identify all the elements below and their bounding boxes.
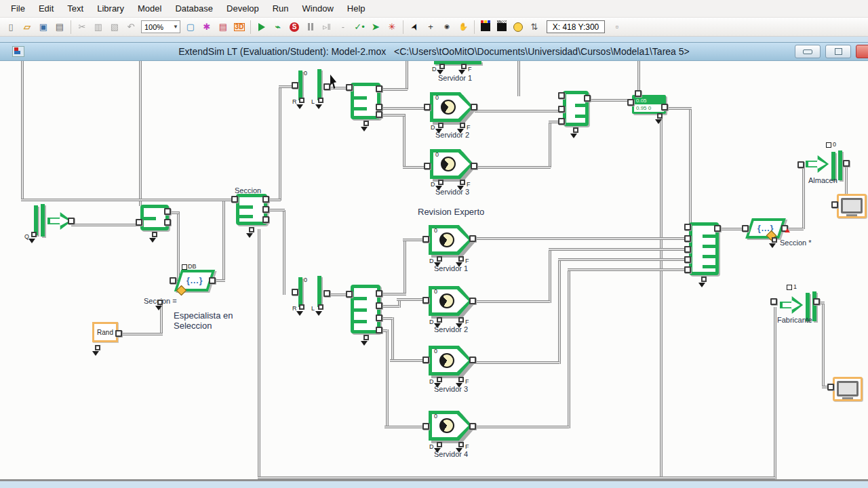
wire bbox=[380, 107, 430, 110]
notebook-icon[interactable]: ▤ bbox=[216, 20, 231, 35]
wire bbox=[71, 224, 142, 226]
wire bbox=[558, 258, 561, 364]
toolbar: ▯ ▱ ▣ ▤ ✂ ▥ ▧ ↶ 100%▼ ▢ ✱ ▤ 3D ⌁ S ▹‖ - … bbox=[0, 18, 868, 37]
toolbar-separator bbox=[403, 20, 403, 34]
slow-animation-icon[interactable]: ✳ bbox=[384, 20, 399, 35]
especialista-text-label: Especialista en Seleccion bbox=[174, 310, 233, 331]
server-block-b4[interactable]: 0 D F Servidor 4 bbox=[429, 411, 472, 441]
wire bbox=[279, 85, 281, 201]
wire bbox=[380, 305, 399, 308]
pattern-icon[interactable] bbox=[494, 20, 509, 35]
wire bbox=[222, 200, 225, 281]
run-faster-icon[interactable]: ⌁ bbox=[271, 20, 285, 35]
wire bbox=[549, 248, 689, 251]
wire bbox=[258, 229, 260, 479]
navigator-icon[interactable]: ✱ bbox=[199, 20, 214, 35]
print-icon[interactable]: ▤ bbox=[52, 20, 67, 35]
menu-edit[interactable]: Edit bbox=[32, 1, 60, 16]
document-title: ExtendSim LT (Evaluation/Student): Model… bbox=[0, 46, 868, 57]
dash-icon[interactable]: - bbox=[336, 20, 351, 35]
step-icon[interactable]: ▹‖ bbox=[319, 20, 334, 35]
menu-window[interactable]: Window bbox=[296, 1, 340, 16]
revision-experto-label: Revision Experto bbox=[418, 207, 484, 217]
wire bbox=[139, 61, 142, 206]
wire bbox=[283, 210, 285, 295]
new-document-icon[interactable]: ▯ bbox=[3, 20, 18, 35]
menu-run[interactable]: Run bbox=[266, 1, 296, 16]
window-bottom-edge bbox=[0, 479, 868, 488]
menu-database[interactable]: Database bbox=[168, 1, 220, 16]
undo-icon[interactable]: ↶ bbox=[123, 20, 138, 35]
wire bbox=[558, 258, 689, 261]
wire bbox=[406, 61, 408, 89]
paste-icon[interactable]: ▧ bbox=[107, 20, 122, 35]
hand-cursor-icon[interactable]: ✋ bbox=[456, 20, 471, 35]
server-block-top-3[interactable]: 0 D F Servidor 3 bbox=[430, 149, 473, 179]
wire bbox=[386, 329, 389, 428]
toolbar-separator bbox=[250, 20, 251, 34]
wire bbox=[21, 199, 237, 201]
server-block-b1[interactable]: 0 D F Servidor 1 bbox=[429, 225, 472, 255]
open-file-icon[interactable]: ▱ bbox=[20, 20, 35, 35]
menu-text[interactable]: Text bbox=[60, 1, 90, 16]
3d-animation-icon[interactable]: 3D bbox=[232, 20, 247, 35]
wire bbox=[568, 268, 689, 271]
run-simulation-icon[interactable] bbox=[254, 20, 269, 35]
wire bbox=[549, 121, 551, 167]
server-block-top-2[interactable]: 0 D F Servidor 2 bbox=[430, 92, 473, 122]
wire bbox=[822, 302, 825, 388]
toolbar-separator bbox=[474, 20, 475, 34]
menu-file[interactable]: File bbox=[4, 1, 32, 16]
menu-bar: File Edit Text Library Model Database De… bbox=[0, 0, 868, 18]
wire bbox=[475, 110, 563, 113]
server-block-b2[interactable]: 0 D F Servidor 2 bbox=[429, 286, 472, 316]
wire bbox=[689, 107, 692, 225]
menu-model[interactable]: Model bbox=[131, 1, 168, 16]
cut-icon[interactable]: ✂ bbox=[75, 20, 90, 35]
zoom-dropdown-arrow[interactable]: ▼ bbox=[173, 24, 178, 30]
seccion-star-label: Seccion * bbox=[780, 239, 811, 247]
wire bbox=[403, 114, 406, 167]
wire bbox=[568, 268, 570, 428]
wire bbox=[774, 307, 776, 479]
wire bbox=[380, 88, 408, 91]
menu-help[interactable]: Help bbox=[340, 1, 372, 16]
probe-cursor-icon[interactable]: ◉ bbox=[439, 20, 454, 35]
zoom-select[interactable]: 100%▼ bbox=[141, 20, 180, 33]
copy-icon[interactable]: ▥ bbox=[91, 20, 106, 35]
wire bbox=[380, 114, 405, 117]
wire bbox=[473, 237, 689, 240]
fill-color-icon[interactable] bbox=[478, 20, 493, 35]
stop-simulation-icon[interactable]: S bbox=[287, 20, 302, 35]
menu-library[interactable]: Library bbox=[90, 1, 131, 16]
block-cursor-icon[interactable]: + bbox=[423, 20, 438, 35]
page-options-icon[interactable]: ▫ bbox=[610, 20, 625, 35]
extendsim-app: File Edit Text Library Model Database De… bbox=[0, 0, 868, 488]
wire bbox=[21, 61, 24, 200]
pause-icon[interactable] bbox=[303, 20, 318, 35]
model-canvas[interactable]: Q Seccion bbox=[0, 61, 868, 479]
add-connection-icon[interactable]: ✓• bbox=[352, 20, 367, 35]
save-icon[interactable]: ▣ bbox=[36, 20, 51, 35]
wire bbox=[119, 333, 163, 336]
wire bbox=[637, 61, 640, 94]
check-model-icon[interactable]: ➤ bbox=[368, 20, 383, 35]
cursor-coordinates: X: 418 Y:300 bbox=[547, 20, 605, 33]
wire bbox=[660, 115, 663, 479]
server-block-b3[interactable]: 0 D F Servidor 3 bbox=[429, 346, 472, 375]
wire bbox=[517, 61, 520, 96]
wire bbox=[666, 107, 692, 110]
select-cursor-icon[interactable]: ➤ bbox=[407, 20, 422, 35]
menu-develop[interactable]: Develop bbox=[220, 1, 266, 16]
wire bbox=[380, 293, 406, 296]
wire bbox=[177, 211, 180, 281]
wire bbox=[549, 248, 551, 303]
draw-shape-icon[interactable] bbox=[511, 20, 526, 35]
wire bbox=[473, 361, 559, 364]
wire bbox=[589, 99, 632, 102]
copy-blocks-icon[interactable]: ▢ bbox=[183, 20, 198, 35]
stack-order-icon[interactable]: ⇅ bbox=[527, 20, 542, 35]
wire bbox=[391, 317, 394, 361]
wire bbox=[802, 166, 805, 229]
document-title-bar[interactable]: ExtendSim LT (Evaluation/Student): Model… bbox=[0, 42, 868, 61]
